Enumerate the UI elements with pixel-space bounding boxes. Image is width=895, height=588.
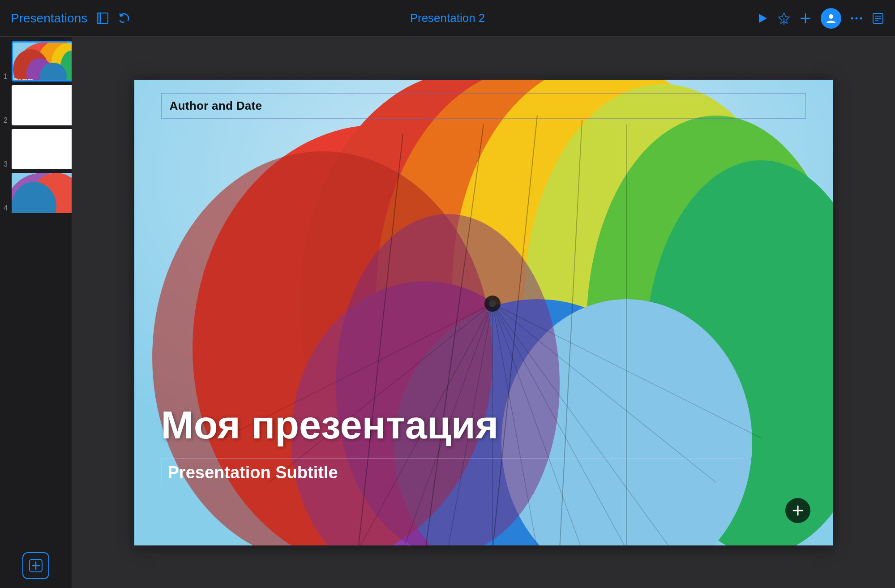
svg-point-7 — [829, 14, 833, 19]
slide-thumb-wrapper-3: 3 — [12, 129, 68, 169]
canvas-area: Author and Date Моя презентация Presenta… — [72, 37, 895, 588]
main-content: 1 Моя презен... 2 — [0, 37, 895, 588]
sidebar-bottom — [4, 543, 68, 584]
slide-canvas[interactable]: Author and Date Моя презентация Presenta… — [134, 80, 833, 545]
slide-number-2: 2 — [4, 116, 8, 124]
svg-point-43 — [336, 214, 560, 545]
top-bar-right — [593, 8, 884, 29]
slide-thumbnail-3[interactable] — [12, 129, 72, 169]
top-bar-center: Presentation 2 — [302, 11, 593, 25]
sidebar-toggle-button[interactable] — [96, 12, 109, 25]
presentations-link[interactable]: Presentations — [11, 11, 87, 26]
svg-point-10 — [860, 17, 862, 19]
slide-number-3: 3 — [4, 160, 8, 168]
slide-add-button[interactable] — [785, 498, 810, 523]
svg-rect-1 — [97, 13, 101, 24]
slide-panel: 1 Моя презен... 2 — [0, 37, 72, 588]
add-button[interactable] — [799, 12, 812, 25]
slide-number-4: 4 — [4, 204, 8, 212]
user-avatar-button[interactable] — [821, 8, 841, 29]
svg-marker-3 — [759, 14, 767, 23]
pin-button[interactable] — [778, 12, 790, 25]
presentation-title[interactable]: Presentation 2 — [410, 11, 485, 25]
top-bar: Presentations Presentation 2 — [0, 0, 895, 37]
svg-point-8 — [851, 17, 853, 19]
top-bar-left: Presentations — [11, 11, 302, 26]
svg-point-9 — [855, 17, 857, 19]
undo-button[interactable] — [118, 12, 130, 25]
more-options-button[interactable] — [850, 16, 863, 21]
notes-button[interactable] — [872, 12, 884, 25]
slide-thumbnail-2[interactable] — [12, 85, 72, 125]
slide-thumb-wrapper-4: 4 — [12, 173, 68, 213]
slide-thumb-wrapper-2: 2 — [12, 85, 68, 125]
slide-thumb-wrapper-1: 1 Моя презен... — [12, 41, 68, 82]
slide-thumbnail-1[interactable]: Моя презен... — [12, 41, 72, 82]
play-button[interactable] — [755, 12, 769, 25]
svg-point-62 — [489, 300, 496, 307]
slide-main-title[interactable]: Моя презентация — [161, 403, 743, 447]
slide-thumbnail-4[interactable] — [12, 173, 72, 213]
add-slide-button[interactable] — [22, 552, 49, 579]
slide-number-1: 1 — [4, 73, 8, 81]
author-date-textbox[interactable]: Author and Date — [161, 93, 806, 119]
svg-text:Моя презен...: Моя презен... — [15, 78, 35, 82]
slide-subtitle-box[interactable]: Presentation Subtitle — [161, 458, 743, 487]
author-date-text: Author and Date — [170, 99, 262, 112]
slide-subtitle-text: Presentation Subtitle — [168, 463, 338, 482]
